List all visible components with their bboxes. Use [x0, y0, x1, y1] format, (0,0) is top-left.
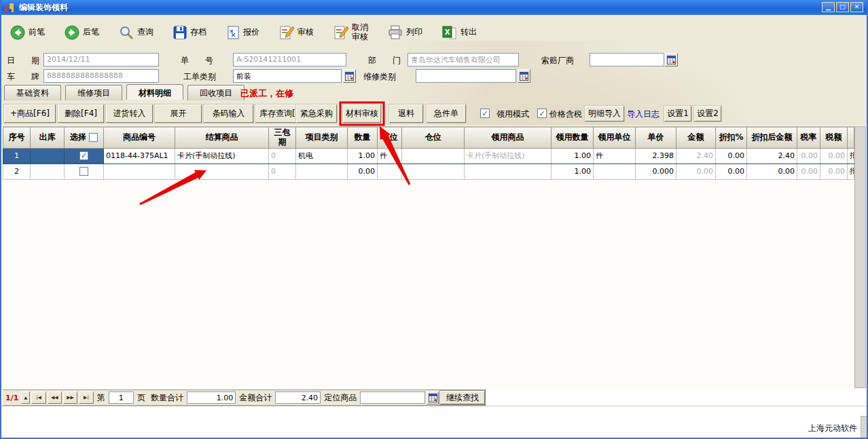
cell-use-qty[interactable]: 1.00	[551, 164, 594, 179]
barcode-input-button[interactable]: 条码输入	[204, 104, 253, 123]
cancel-audit-pencil-icon	[333, 24, 349, 41]
tab-basic-info[interactable]: 基础资料	[4, 85, 61, 100]
repair-type-input[interactable]	[416, 69, 516, 83]
next-record-button[interactable]: 后笔	[61, 22, 102, 43]
print-button[interactable]: 列印	[384, 22, 425, 43]
cell-product-code[interactable]: 0118-44-375AL1	[104, 148, 175, 164]
material-audit-button[interactable]: 材料审核	[343, 104, 381, 123]
cell-qty[interactable]: 1.00	[348, 148, 378, 164]
price-tax-checkbox[interactable]: ✓	[537, 109, 547, 118]
close-button[interactable]: ✕	[850, 2, 863, 12]
purchase-in-button[interactable]: 进货转入	[106, 104, 153, 123]
cell-clipped[interactable]: 报	[848, 148, 854, 164]
page-menu-button[interactable]: ▲	[21, 392, 30, 404]
cell-use-product[interactable]	[465, 164, 551, 179]
cancel-audit-button[interactable]: 取消 审核	[330, 21, 371, 44]
vendor-brand-text: 上海元动软件	[808, 423, 857, 434]
detail-import-button[interactable]: 明细导入	[585, 106, 624, 121]
select-all-checkbox[interactable]	[89, 133, 98, 142]
cell-price[interactable]: 0.000	[636, 164, 676, 179]
cell-bin[interactable]	[402, 148, 465, 164]
cell-tax[interactable]: 0.00	[820, 148, 848, 164]
cell-settle-product[interactable]	[175, 164, 269, 179]
next-page-button[interactable]: ▶▶	[63, 392, 77, 404]
prev-record-button[interactable]: 前笔	[7, 22, 48, 43]
material-grid: 序号 出库 选择 商品编号 结算商品 三包期 项目类别 数量 单位 仓位 领用商…	[3, 126, 854, 180]
audit-button[interactable]: 审核	[276, 22, 317, 43]
cell-price[interactable]: 2.398	[636, 148, 676, 164]
date-input[interactable]: 2014/12/11	[43, 53, 159, 66]
quote-button[interactable]: 报价	[223, 23, 262, 42]
repair-type-lookup-button[interactable]	[518, 69, 530, 83]
tab-material-detail[interactable]: 材料明细	[126, 84, 183, 100]
cell-select[interactable]	[65, 164, 104, 179]
cell-tax-rate[interactable]: 0.00	[797, 148, 820, 164]
grid-vertical-scrollbar[interactable]	[854, 126, 866, 388]
export-button[interactable]: X 转出	[439, 22, 480, 43]
plate-input[interactable]: 8888888888888888	[43, 69, 159, 83]
query-button[interactable]: 查询	[115, 22, 156, 43]
cell-outbound[interactable]	[31, 148, 65, 164]
cell-use-unit[interactable]: 件	[594, 148, 636, 164]
claim-vendor-input[interactable]	[590, 53, 664, 66]
cell-unit[interactable]: 件	[378, 148, 402, 164]
tab-recycle-items[interactable]: 回收项目	[187, 85, 245, 100]
maximize-button[interactable]: □	[836, 2, 849, 12]
work-order-type-input[interactable]: 前装	[233, 69, 342, 83]
cell-tax[interactable]: 0.00	[820, 164, 848, 179]
cell-clipped[interactable]: 报	[848, 164, 854, 179]
cell-tax-rate[interactable]: 0.00	[797, 164, 820, 179]
cell-use-product[interactable]: 卡片(手制动拉线)	[465, 148, 551, 164]
cell-qty[interactable]: 0.00	[348, 164, 378, 179]
cell-warranty[interactable]: 0	[269, 164, 296, 179]
first-page-button[interactable]: |◀	[31, 392, 46, 404]
work-order-type-lookup-button[interactable]	[343, 69, 356, 83]
cell-seq[interactable]: 1	[3, 148, 31, 164]
cell-product-code[interactable]	[104, 164, 175, 179]
settings2-button[interactable]: 设置2	[694, 106, 721, 121]
use-mode-checkbox[interactable]: ✓	[480, 109, 490, 118]
amount-total-label: 金额合计	[237, 392, 274, 404]
delete-button[interactable]: 删除[F4]	[58, 104, 104, 123]
claim-vendor-lookup-button[interactable]	[665, 53, 678, 66]
return-material-button[interactable]: 退料	[389, 104, 423, 123]
urgent-purchase-button[interactable]: 紧急采购	[296, 104, 337, 123]
cell-discount[interactable]: 0.00	[716, 164, 747, 179]
cell-bin[interactable]	[402, 164, 465, 179]
col-bin: 仓位	[402, 127, 465, 148]
pagination-bar: 1/1 ▲ |◀ ◀◀ ▶▶ ▶| 第 1 页 数量合计 1.00 金额合计 2…	[3, 389, 486, 406]
minimize-button[interactable]: ▁	[822, 2, 835, 12]
expand-button[interactable]: 展开	[155, 104, 202, 123]
add-product-button[interactable]: +商品[F6]	[4, 104, 56, 123]
page-number-input[interactable]: 1	[109, 392, 134, 404]
tab-repair-items[interactable]: 维修项目	[65, 85, 122, 100]
cell-discount[interactable]: 0.00	[716, 148, 747, 164]
cell-select[interactable]: ✓	[65, 148, 104, 164]
cell-amount[interactable]: 2.40	[676, 148, 716, 164]
cell-settle-product[interactable]: 卡片(手制动拉线)	[175, 148, 269, 164]
last-page-button[interactable]: ▶|	[79, 392, 93, 404]
cell-after-discount[interactable]: 0.00	[747, 164, 797, 179]
cell-item-category[interactable]	[296, 164, 348, 179]
cell-use-qty[interactable]: 1.00	[551, 148, 594, 164]
cell-amount[interactable]: 0.00	[676, 164, 716, 179]
settings1-button[interactable]: 设置1	[664, 106, 691, 121]
cell-item-category[interactable]: 机电	[296, 148, 348, 164]
continue-search-button[interactable]: 继续查找	[440, 391, 485, 404]
import-log-link[interactable]: 导入日志	[627, 109, 659, 120]
save-button[interactable]: 存档	[170, 23, 209, 42]
cell-after-discount[interactable]: 2.40	[747, 148, 797, 164]
cell-seq[interactable]: 2	[3, 164, 31, 179]
cell-use-unit[interactable]	[594, 164, 636, 179]
order-no-input[interactable]: A-S20141211001	[233, 53, 346, 66]
locate-product-lookup-button[interactable]	[427, 392, 439, 404]
rush-order-button[interactable]: 急件单	[427, 104, 466, 123]
cell-warranty[interactable]: 0	[269, 148, 296, 164]
row-checkbox[interactable]	[79, 167, 88, 176]
cell-outbound[interactable]	[31, 164, 65, 179]
cell-unit[interactable]	[378, 164, 402, 179]
department-input[interactable]: 青岛华达汽车销售有限公司	[408, 53, 519, 66]
prev-page-button[interactable]: ◀◀	[48, 392, 62, 404]
locate-product-input[interactable]	[360, 392, 425, 404]
row-checkbox[interactable]: ✓	[79, 151, 88, 160]
